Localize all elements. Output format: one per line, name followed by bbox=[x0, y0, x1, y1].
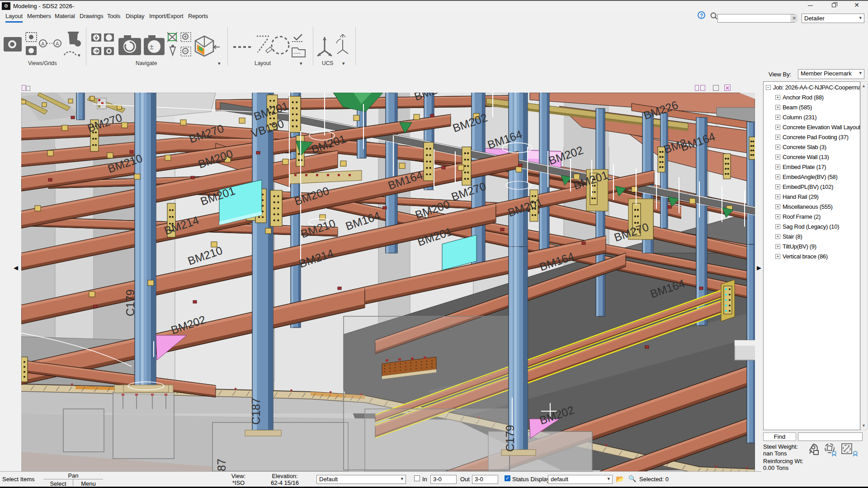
svg-text:C179: C179 bbox=[504, 425, 516, 452]
svg-text:A: A bbox=[56, 41, 59, 47]
svg-text:C179: C179 bbox=[124, 289, 137, 316]
svg-text:87: 87 bbox=[215, 459, 228, 471]
svg-text:C187: C187 bbox=[250, 398, 262, 425]
svg-text:±: ± bbox=[150, 43, 154, 51]
svg-text:▾: ▾ bbox=[78, 52, 80, 58]
svg-text:A: A bbox=[41, 41, 45, 47]
